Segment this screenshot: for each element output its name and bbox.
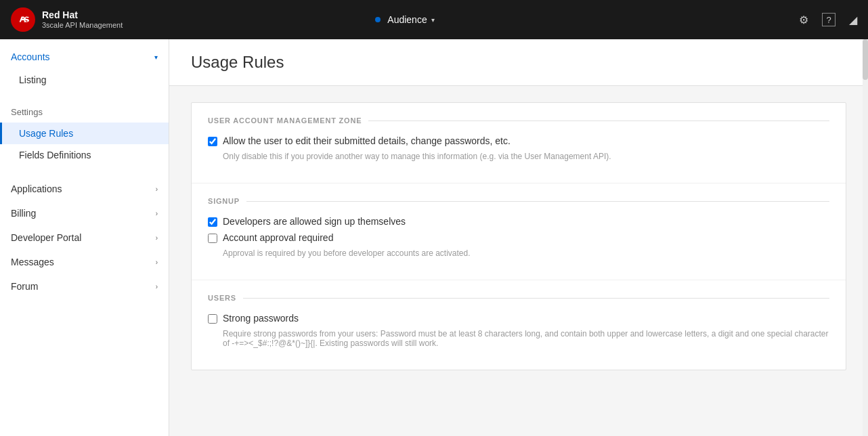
- forum-chevron-icon: ›: [156, 283, 158, 290]
- developer-portal-label: Developer Portal: [11, 232, 81, 243]
- sidebar-sub-listing[interactable]: Listing: [0, 69, 169, 91]
- messages-label: Messages: [11, 257, 54, 267]
- nav-dot-icon: [375, 17, 381, 22]
- help-icon[interactable]: ?: [822, 13, 836, 26]
- strong-passwords-hint: Require strong passwords from your users…: [223, 329, 829, 348]
- brand-text: Red Hat 3scale API Management: [42, 9, 123, 30]
- redhat-logo-icon: [11, 7, 35, 32]
- scrollbar-track: [863, 39, 868, 436]
- audience-nav[interactable]: Audience ▾: [375, 14, 434, 25]
- account-approval-hint: Approval is required by you before devel…: [223, 248, 829, 258]
- section-user-account-title: USER ACCOUNT MANAGEMENT ZONE: [208, 116, 829, 125]
- main-content: Usage Rules USER ACCOUNT MANAGEMENT ZONE…: [169, 39, 868, 436]
- checkbox-row-account-approval: Account approval required: [208, 232, 829, 243]
- section-signup: SIGNUP Developers are allowed sign up th…: [192, 183, 846, 280]
- user-icon[interactable]: ◢: [849, 14, 857, 26]
- allow-edit-hint: Only disable this if you provide another…: [223, 152, 829, 161]
- settings-icon[interactable]: ⚙: [799, 14, 808, 26]
- account-approval-checkbox[interactable]: [208, 234, 217, 243]
- layout: Accounts ▾ Listing Settings Usage Rules …: [0, 39, 868, 436]
- section-signup-title: SIGNUP: [208, 197, 829, 205]
- sidebar-sub-fields-definitions[interactable]: Fields Definitions: [0, 144, 169, 166]
- usage-rules-card: USER ACCOUNT MANAGEMENT ZONE Allow the u…: [191, 102, 846, 370]
- sidebar: Accounts ▾ Listing Settings Usage Rules …: [0, 39, 169, 436]
- billing-chevron-icon: ›: [156, 210, 158, 217]
- account-approval-label: Account approval required: [223, 232, 333, 243]
- applications-chevron-icon: ›: [156, 186, 158, 193]
- sidebar-item-messages[interactable]: Messages ›: [0, 250, 169, 274]
- forum-label: Forum: [11, 281, 38, 292]
- sidebar-sub-usage-rules[interactable]: Usage Rules: [0, 123, 169, 144]
- sidebar-item-billing[interactable]: Billing ›: [0, 201, 169, 225]
- page-title: Usage Rules: [191, 53, 846, 72]
- billing-label: Billing: [11, 208, 36, 219]
- developer-portal-chevron-icon: ›: [156, 234, 158, 242]
- chevron-down-icon: ▾: [431, 16, 435, 24]
- sidebar-item-developer-portal[interactable]: Developer Portal ›: [0, 225, 169, 250]
- brand-sub: 3scale API Management: [42, 21, 123, 30]
- accounts-label: Accounts: [11, 51, 50, 62]
- sidebar-item-applications[interactable]: Applications ›: [0, 177, 169, 201]
- dev-signup-label: Developers are allowed sign up themselve…: [223, 216, 406, 227]
- checkbox-row-dev-signup: Developers are allowed sign up themselve…: [208, 216, 829, 227]
- allow-edit-label: Allow the user to edit their submitted d…: [223, 135, 511, 146]
- sidebar-item-accounts[interactable]: Accounts ▾: [0, 45, 169, 69]
- header-actions: ⚙ ? ◢: [799, 13, 857, 26]
- allow-edit-checkbox[interactable]: [208, 137, 217, 146]
- messages-chevron-icon: ›: [156, 259, 158, 266]
- section-users-title: USERS: [208, 294, 829, 302]
- sidebar-item-forum[interactable]: Forum ›: [0, 274, 169, 299]
- scrollbar-thumb[interactable]: [863, 39, 868, 80]
- strong-passwords-checkbox[interactable]: [208, 314, 217, 324]
- settings-section-label: Settings: [0, 102, 169, 123]
- accounts-chevron-icon: ▾: [154, 53, 158, 61]
- nav-label: Audience: [387, 14, 427, 25]
- strong-passwords-label: Strong passwords: [223, 313, 299, 324]
- page-header: Usage Rules: [169, 39, 868, 86]
- checkbox-row-allow-edit: Allow the user to edit their submitted d…: [208, 135, 829, 146]
- dev-signup-checkbox[interactable]: [208, 217, 217, 227]
- section-user-account: USER ACCOUNT MANAGEMENT ZONE Allow the u…: [192, 103, 846, 183]
- brand: Red Hat 3scale API Management: [11, 7, 375, 32]
- content-area: USER ACCOUNT MANAGEMENT ZONE Allow the u…: [169, 86, 868, 387]
- checkbox-row-strong-passwords: Strong passwords: [208, 313, 829, 324]
- section-users: USERS Strong passwords Require strong pa…: [192, 280, 846, 370]
- main-header: Red Hat 3scale API Management Audience ▾…: [0, 0, 868, 39]
- brand-name: Red Hat: [42, 9, 123, 21]
- applications-label: Applications: [11, 183, 62, 194]
